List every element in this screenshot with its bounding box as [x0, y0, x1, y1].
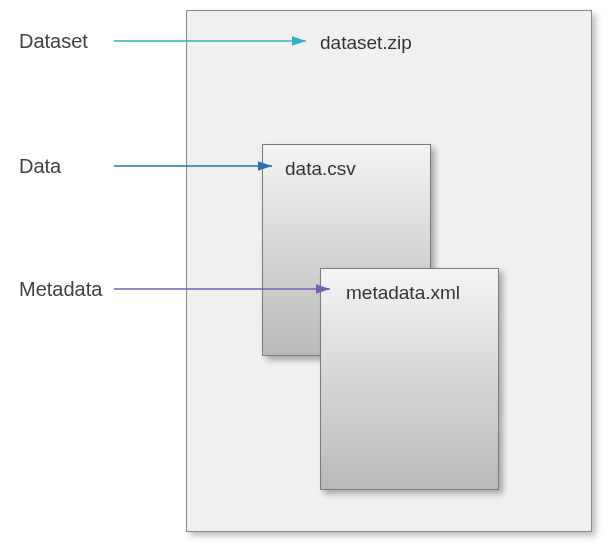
dataset-arrow-icon — [0, 0, 611, 549]
